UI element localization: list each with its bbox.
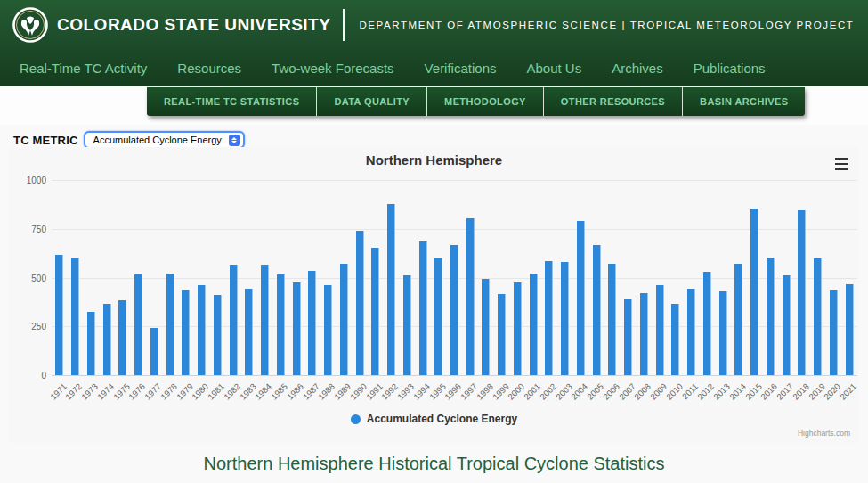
- x-axis-label-1998: 1998: [475, 381, 495, 402]
- bar-1986[interactable]: [293, 282, 301, 375]
- nav-link-two-week-forecasts[interactable]: Two-week Forecasts: [272, 61, 394, 76]
- x-axis-label-2016: 2016: [758, 381, 779, 402]
- bar-1991[interactable]: [371, 248, 379, 375]
- bar-2005[interactable]: [593, 245, 601, 375]
- nav-link-about-us[interactable]: About Us: [526, 61, 581, 76]
- bar-1978[interactable]: [166, 274, 174, 375]
- page-footer-title: Northern Hemisphere Historical Tropical …: [0, 454, 868, 474]
- bar-2018[interactable]: [798, 210, 806, 375]
- x-axis-label-1985: 1985: [269, 381, 289, 402]
- bar-2015[interactable]: [750, 209, 758, 375]
- x-axis-label-1982: 1982: [222, 381, 242, 402]
- bar-1974[interactable]: [103, 304, 111, 375]
- x-axis-label-1994: 1994: [411, 381, 432, 402]
- chart-plot-area: 0250500750100019711972197319741975197619…: [52, 180, 857, 375]
- bar-1997[interactable]: [466, 218, 475, 375]
- bar-1982[interactable]: [230, 265, 238, 375]
- bar-2013[interactable]: [719, 291, 727, 375]
- bar-1994[interactable]: [419, 242, 427, 375]
- bar-2000[interactable]: [514, 282, 522, 375]
- bar-2014[interactable]: [734, 264, 742, 375]
- bar-2008[interactable]: [640, 293, 648, 375]
- x-axis-label-2018: 2018: [791, 381, 811, 402]
- bar-1993[interactable]: [403, 275, 411, 375]
- tab-basin-archives[interactable]: BASIN ARCHIVES: [682, 87, 805, 116]
- nav-link-verifications[interactable]: Verifications: [425, 61, 497, 76]
- bar-1990[interactable]: [356, 231, 364, 375]
- brand-row: COLORADO STATE UNIVERSITY DEPARTMENT OF …: [0, 0, 868, 49]
- tab-data-quality[interactable]: DATA QUALITY: [316, 87, 426, 116]
- bar-1987[interactable]: [308, 271, 316, 375]
- bar-1972[interactable]: [71, 258, 79, 375]
- tab-methodology[interactable]: METHODOLOGY: [426, 87, 543, 116]
- bar-2021[interactable]: [846, 284, 854, 375]
- bar-1981[interactable]: [214, 295, 222, 375]
- bar-1998[interactable]: [482, 279, 490, 375]
- y-axis-label-750: 750: [11, 224, 46, 233]
- x-axis-label-1989: 1989: [332, 381, 353, 402]
- bar-1983[interactable]: [245, 289, 253, 375]
- bar-2004[interactable]: [577, 221, 585, 375]
- x-axis-label-1990: 1990: [348, 381, 369, 402]
- bar-1980[interactable]: [198, 285, 206, 375]
- y-axis-label-0: 0: [11, 371, 46, 381]
- tab-real-time-tc-statistics[interactable]: REAL-TIME TC STATISTICS: [147, 87, 316, 116]
- bar-2017[interactable]: [783, 275, 791, 375]
- csu-ram-logo: [12, 7, 48, 43]
- bar-1985[interactable]: [277, 274, 285, 375]
- bar-2003[interactable]: [561, 262, 569, 375]
- tc-metric-selected-value: Accumulated Cyclone Energy: [93, 135, 222, 145]
- bar-2016[interactable]: [767, 258, 775, 375]
- bar-2006[interactable]: [608, 264, 616, 375]
- chart-menu-hamburger-icon[interactable]: [831, 155, 852, 173]
- x-axis-label-1986: 1986: [285, 381, 305, 402]
- bar-2007[interactable]: [624, 299, 632, 375]
- bar-2010[interactable]: [671, 304, 679, 375]
- gridline-1000: [52, 180, 857, 181]
- bar-2002[interactable]: [545, 261, 553, 375]
- y-axis-label-500: 500: [11, 273, 46, 282]
- bar-1975[interactable]: [118, 300, 126, 375]
- bar-1995[interactable]: [434, 258, 442, 375]
- legend-item-ace[interactable]: Accumulated Cyclone Energy: [351, 413, 517, 425]
- highcharts-credit[interactable]: Highcharts.com: [798, 429, 850, 438]
- nav-link-archives[interactable]: Archives: [612, 61, 663, 76]
- masthead: COLORADO STATE UNIVERSITY DEPARTMENT OF …: [0, 0, 868, 86]
- nav-link-real-time-tc-activity[interactable]: Real-Time TC Activity: [20, 61, 147, 76]
- ace-chart: Northern Hemisphere 02505007501000197119…: [9, 147, 859, 443]
- bar-2019[interactable]: [814, 258, 822, 375]
- bar-2001[interactable]: [530, 274, 538, 375]
- nav-link-publications[interactable]: Publications: [694, 61, 766, 76]
- bar-1984[interactable]: [261, 265, 269, 375]
- gridline-750: [52, 229, 857, 230]
- bar-2020[interactable]: [830, 290, 838, 375]
- nav-link-resources[interactable]: Resources: [177, 61, 241, 76]
- bar-2012[interactable]: [703, 272, 711, 376]
- x-axis-label-2006: 2006: [601, 381, 621, 402]
- bar-1988[interactable]: [324, 285, 332, 375]
- tab-other-resources[interactable]: OTHER RESOURCES: [543, 87, 682, 116]
- bar-2009[interactable]: [656, 285, 664, 375]
- bar-1977[interactable]: [150, 328, 158, 375]
- legend-label: Accumulated Cyclone Energy: [367, 413, 517, 425]
- bar-1992[interactable]: [387, 204, 395, 375]
- university-name: COLORADO STATE UNIVERSITY: [57, 15, 330, 35]
- x-axis-label-1973: 1973: [79, 381, 100, 402]
- bar-1976[interactable]: [134, 274, 142, 375]
- x-axis-label-1993: 1993: [395, 381, 416, 402]
- x-axis-label-1997: 1997: [458, 381, 479, 402]
- x-axis-label-1978: 1978: [158, 381, 179, 402]
- x-axis-label-2009: 2009: [648, 381, 669, 402]
- x-axis-label-2001: 2001: [522, 381, 542, 402]
- x-axis-label-2013: 2013: [711, 381, 732, 402]
- bar-2011[interactable]: [687, 289, 695, 375]
- bar-1971[interactable]: [55, 255, 63, 375]
- bar-1973[interactable]: [87, 312, 95, 375]
- y-axis-label-250: 250: [11, 322, 46, 332]
- tc-metric-select[interactable]: Accumulated Cyclone Energy: [84, 131, 245, 149]
- gridline-0: [52, 375, 857, 376]
- bar-1979[interactable]: [182, 290, 190, 375]
- bar-1996[interactable]: [450, 245, 458, 375]
- bar-1999[interactable]: [498, 294, 506, 375]
- bar-1989[interactable]: [340, 264, 348, 375]
